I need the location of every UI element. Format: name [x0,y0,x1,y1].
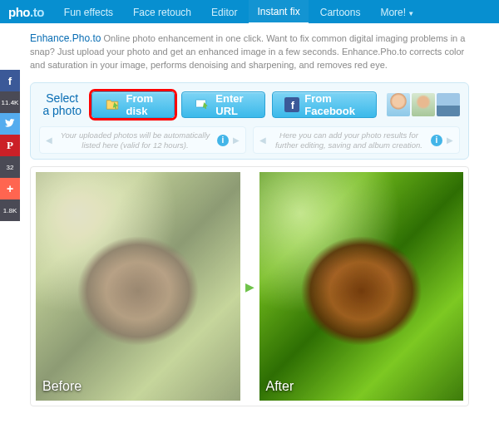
from-facebook-label: From Facebook [304,92,364,117]
prev-arrow-icon[interactable]: ◀ [45,135,53,145]
site-logo[interactable]: pho.to [8,5,44,19]
service-title: Enhance.Pho.to [30,32,101,44]
before-after-panel: Before ▶ After [30,166,469,406]
folder-icon [104,97,121,112]
top-navbar: pho.to Fun effects Face retouch Editor I… [0,0,499,23]
social-share-bar: f 11.4K P 32 + 1.8K [0,70,20,221]
share-facebook-count: 11.4K [0,91,20,113]
enter-url-label: Enter URL [215,92,253,117]
nav-editor[interactable]: Editor [203,0,245,23]
share-pinterest-count: 32 [0,156,20,178]
plus-icon: + [7,182,13,195]
select-photo-hints: ◀ Your uploaded photos will be automatic… [39,126,460,154]
info-icon[interactable]: i [431,135,442,146]
facebook-square-icon: f [284,97,299,112]
url-icon [194,97,210,112]
next-arrow-icon[interactable]: ▶ [232,135,240,145]
select-photo-actions: Select a photo From disk Enter URL f Fro… [39,91,460,118]
pinterest-icon: P [7,139,13,152]
results-hint-text: Here you can add your photo results for … [270,130,427,150]
sample-thumb-3[interactable] [437,93,460,116]
share-facebook-button[interactable]: f [0,70,20,91]
share-pinterest-button[interactable]: P [0,135,20,156]
enter-url-button[interactable]: Enter URL [181,91,265,118]
facebook-icon: f [8,75,12,87]
info-icon[interactable]: i [217,135,229,146]
after-caption: After [266,379,294,394]
before-caption: Before [42,379,82,394]
from-disk-label: From disk [126,92,162,117]
service-description: Enhance.Pho.to Online photo enhancement … [0,23,499,82]
from-facebook-button[interactable]: f From Facebook [272,91,377,118]
share-addthis-button[interactable]: + [0,178,20,199]
from-disk-button[interactable]: From disk [91,91,175,118]
sample-thumb-1[interactable] [387,93,410,116]
uploaded-hint-text: Your uploaded photos will be automatical… [57,130,214,150]
select-photo-label-a: Select [39,92,85,105]
next-arrow-icon[interactable]: ▶ [446,135,454,145]
share-addthis-count: 1.8K [0,199,20,221]
share-twitter-button[interactable] [0,113,20,135]
nav-instant-fix[interactable]: Instant fix [249,0,308,24]
logo-text-b: .to [30,5,44,19]
svg-text:f: f [291,100,295,112]
nav-cartoons[interactable]: Cartoons [312,0,369,23]
select-photo-label: Select a photo [39,92,85,118]
arrow-right-icon: ▶ [245,280,254,293]
chevron-down-icon: ▼ [408,10,414,17]
prev-arrow-icon[interactable]: ◀ [259,135,267,145]
sample-photo-before [36,172,240,401]
before-image: Before [36,172,240,401]
sample-photo-after [259,172,464,401]
results-hint: ◀ Here you can add your photo results fo… [253,126,460,154]
nav-more[interactable]: More!▼ [372,0,422,23]
sample-thumbs [387,93,460,116]
uploaded-hint: ◀ Your uploaded photos will be automatic… [39,126,246,154]
after-image: After [259,172,464,401]
nav-fun-effects[interactable]: Fun effects [56,0,121,23]
sample-thumb-2[interactable] [412,93,435,116]
twitter-icon [5,119,15,129]
nav-more-label: More! [380,7,406,18]
select-photo-label-b: a photo [39,105,85,117]
nav-face-retouch[interactable]: Face retouch [125,0,200,23]
logo-text-a: pho [8,5,30,19]
select-photo-panel: Select a photo From disk Enter URL f Fro… [30,82,469,160]
